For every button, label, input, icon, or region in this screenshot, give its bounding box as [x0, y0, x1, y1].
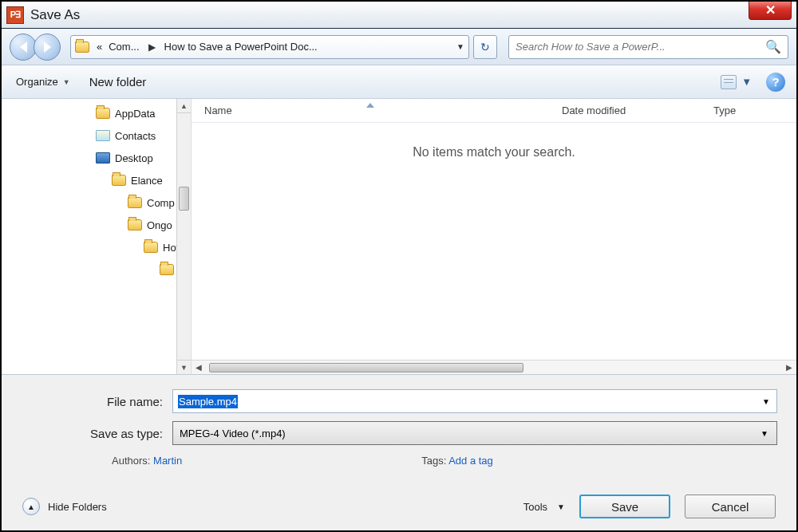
folder-icon — [128, 197, 142, 208]
breadcrumb[interactable]: « Com... ▶ How to Save a PowerPoint Doc.… — [70, 35, 469, 59]
folder-icon — [160, 264, 174, 275]
nav-forward-button[interactable] — [34, 33, 61, 61]
chevron-down-icon: ▼ — [741, 76, 752, 88]
help-button[interactable]: ? — [766, 73, 785, 92]
desktop-icon — [96, 152, 110, 164]
file-list[interactable]: No items match your search. — [192, 123, 796, 360]
tree-item[interactable]: Comp — [2, 191, 191, 214]
close-button[interactable]: ✕ — [749, 1, 792, 20]
horizontal-scrollbar[interactable]: ◀ ▶ — [192, 360, 796, 374]
folder-icon — [74, 39, 90, 55]
folder-icon — [128, 219, 142, 231]
chevron-down-icon: ▼ — [63, 78, 70, 86]
hide-folders-button[interactable]: ▲ Hide Folders — [22, 498, 107, 515]
authors-value[interactable]: Martin — [153, 455, 182, 467]
folder-icon — [96, 108, 110, 119]
organize-menu[interactable]: Organize▼ — [16, 76, 70, 88]
column-date[interactable]: Date modified — [549, 104, 701, 116]
tree-item-label: Elance — [131, 175, 163, 187]
search-box[interactable]: 🔍 — [508, 35, 788, 59]
breadcrumb-seg2[interactable]: How to Save a PowerPoint Doc... — [161, 41, 321, 53]
scroll-down-button[interactable]: ▼ — [177, 360, 191, 374]
cancel-button[interactable]: Cancel — [685, 495, 776, 518]
folder-tree[interactable]: AppDataContactsDesktopElanceCompOngoHowC… — [2, 99, 192, 374]
column-headers: Name Date modified Type — [192, 99, 796, 123]
tree-item[interactable]: How — [2, 236, 191, 258]
tree-item-label: AppData — [115, 108, 156, 120]
file-pane: Name Date modified Type No items match y… — [192, 99, 796, 374]
save-type-combo[interactable]: MPEG-4 Video (*.mp4) ▼ — [172, 421, 777, 445]
breadcrumb-seg1[interactable]: Com... — [105, 41, 142, 53]
tree-item-label: Ongo — [147, 219, 172, 231]
tree-item[interactable]: Contacts — [2, 124, 191, 147]
contacts-icon — [96, 130, 110, 141]
folder-icon — [112, 175, 126, 186]
search-input[interactable] — [516, 41, 765, 53]
navigation-bar: « Com... ▶ How to Save a PowerPoint Doc.… — [2, 29, 796, 65]
file-name-input[interactable]: Sample.mp4 ▼ — [172, 389, 777, 413]
folder-icon — [144, 242, 158, 253]
footer: ▲ Hide Folders Tools ▼ Save Cancel — [2, 483, 796, 530]
window-title: Save As — [30, 7, 80, 23]
chevron-down-icon: ▼ — [760, 429, 768, 438]
list-view-icon — [721, 75, 737, 89]
search-icon[interactable]: 🔍 — [765, 39, 781, 54]
tools-menu[interactable]: Tools ▼ — [523, 501, 565, 513]
tree-item-label: Contacts — [115, 130, 156, 142]
tags-value[interactable]: Add a tag — [448, 455, 493, 467]
tree-scrollbar[interactable]: ▲ ▼ — [176, 99, 191, 374]
chevron-down-icon: ▼ — [557, 502, 565, 511]
refresh-button[interactable]: ↻ — [473, 35, 497, 59]
scroll-thumb[interactable] — [179, 187, 189, 211]
powerpoint-icon: P∃ — [6, 6, 24, 24]
breadcrumb-overflow[interactable]: « — [93, 41, 105, 53]
new-folder-button[interactable]: New folder — [89, 75, 147, 89]
chevron-right-icon[interactable]: ▶ — [143, 41, 161, 53]
authors-label: Authors: — [112, 455, 150, 467]
save-form: File name: Sample.mp4 ▼ Save as type: MP… — [2, 375, 796, 483]
column-type[interactable]: Type — [701, 104, 796, 116]
tree-item[interactable]: Desktop — [2, 147, 191, 169]
scroll-thumb[interactable] — [209, 363, 523, 372]
column-name[interactable]: Name — [192, 104, 549, 116]
tree-item[interactable]: C — [2, 258, 191, 281]
scroll-up-button[interactable]: ▲ — [177, 99, 191, 113]
scroll-left-button[interactable]: ◀ — [192, 361, 206, 374]
save-button[interactable]: Save — [579, 495, 670, 518]
chevron-up-icon: ▲ — [22, 498, 40, 515]
titlebar: P∃ Save As ✕ — [2, 2, 796, 29]
toolbar: Organize▼ New folder ▼ ? — [2, 65, 796, 99]
tree-item[interactable]: Elance — [2, 169, 191, 191]
tree-item[interactable]: Ongo — [2, 214, 191, 236]
tree-item-label: Desktop — [115, 152, 153, 164]
tree-item[interactable]: AppData — [2, 102, 191, 124]
empty-message: No items match your search. — [413, 145, 575, 160]
tree-item-label: Comp — [147, 197, 175, 209]
chevron-down-icon[interactable]: ▼ — [762, 397, 770, 406]
view-options-button[interactable]: ▼ — [721, 75, 752, 89]
file-name-label: File name: — [21, 395, 172, 408]
sort-asc-icon — [366, 103, 374, 108]
save-type-label: Save as type: — [21, 427, 172, 440]
tags-label: Tags: — [421, 455, 446, 467]
breadcrumb-dropdown[interactable]: ▼ — [452, 42, 468, 51]
scroll-right-button[interactable]: ▶ — [782, 361, 796, 374]
nav-back-button[interactable] — [10, 33, 37, 61]
